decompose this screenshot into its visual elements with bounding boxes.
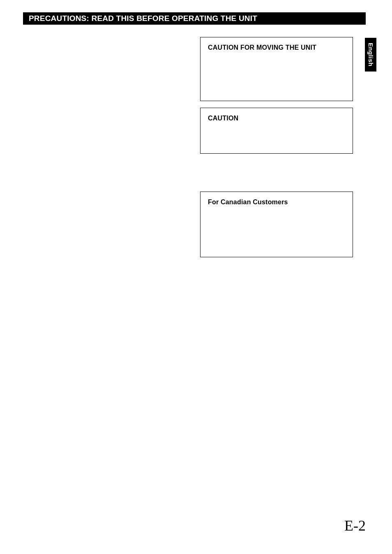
caution-moving-title: CAUTION FOR MOVING THE UNIT xyxy=(208,44,345,51)
caution-box: CAUTION xyxy=(200,108,353,154)
section-header-title: PRECAUTIONS: READ THIS BEFORE OPERATING … xyxy=(29,14,257,23)
language-tab-label: English xyxy=(367,43,374,67)
page-number: E-2 xyxy=(344,517,366,534)
canadian-customers-title: For Canadian Customers xyxy=(208,199,345,206)
page: PRECAUTIONS: READ THIS BEFORE OPERATING … xyxy=(0,0,392,554)
canadian-customers-box: For Canadian Customers xyxy=(200,192,353,257)
language-tab: English xyxy=(365,38,376,72)
section-header-bar: PRECAUTIONS: READ THIS BEFORE OPERATING … xyxy=(23,12,366,25)
caution-title: CAUTION xyxy=(208,115,345,122)
caution-moving-box: CAUTION FOR MOVING THE UNIT xyxy=(200,37,353,101)
